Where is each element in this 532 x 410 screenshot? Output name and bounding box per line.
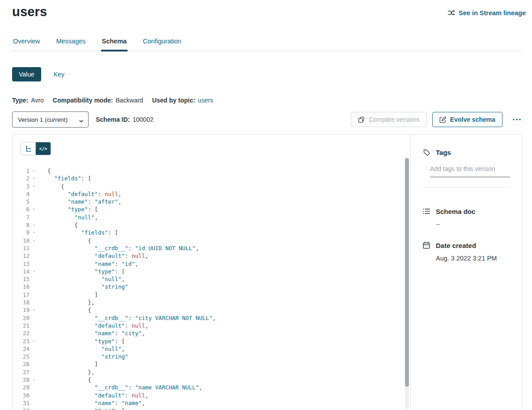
line-number: 27	[13, 368, 30, 376]
code-text: "type": [	[38, 205, 98, 213]
code-text: "null",	[38, 214, 98, 221]
stream-lineage-link[interactable]: See in Stream lineage	[447, 9, 526, 17]
code-text: },	[38, 299, 94, 306]
code-text: {	[38, 306, 91, 314]
more-options-button[interactable]	[511, 118, 522, 121]
fold-toggle-icon[interactable]: ▾	[30, 229, 38, 236]
fold-toggle-icon[interactable]: ▾	[30, 237, 38, 244]
view-mode-segmented-control: </>	[21, 142, 51, 155]
code-view-icon: </>	[39, 146, 47, 151]
fold-spacer	[30, 392, 38, 399]
tab-schema[interactable]: Schema	[101, 38, 128, 51]
line-number: 8	[13, 221, 30, 229]
code-line: 24 "null",	[13, 345, 410, 353]
tab-messages[interactable]: Messages	[55, 38, 86, 51]
code-text: "null",	[38, 275, 125, 283]
fold-toggle-icon[interactable]: ▾	[30, 167, 38, 175]
code-line: 14▾ "type": [	[13, 268, 410, 275]
used-by-topic-label: Used by topic:	[152, 97, 195, 104]
code-text: {	[38, 167, 51, 175]
fold-toggle-icon[interactable]: ▾	[30, 268, 38, 275]
fold-spacer	[30, 353, 38, 360]
editor-view-toolbar: </>	[13, 135, 410, 155]
schema-code-editor: </> 1▾{2▾ "fields": [3▾ {4 "default": nu…	[13, 135, 411, 410]
fold-toggle-icon[interactable]: ▾	[30, 337, 38, 345]
evolve-schema-label: Evolve schema	[450, 116, 495, 123]
code-text: "name": "name",	[38, 399, 145, 407]
code-text: {	[38, 183, 64, 190]
code-text: "string"	[38, 353, 128, 360]
editor-scrollbar-track[interactable]	[405, 158, 409, 409]
fold-spacer	[30, 299, 38, 306]
tree-view-icon	[25, 145, 32, 152]
code-text: "__crdb__": "name VARCHAR NULL",	[38, 384, 202, 391]
code-line: 9▾ "fields": [	[13, 229, 410, 236]
fold-toggle-icon[interactable]: ▾	[30, 205, 38, 213]
code-line: 18 },	[13, 299, 410, 306]
line-number: 9	[13, 229, 30, 236]
line-number: 32	[13, 407, 30, 410]
code-text: {	[38, 237, 91, 244]
version-select[interactable]: Version 1 (current)	[12, 111, 89, 128]
fold-spacer	[30, 283, 38, 290]
tags-input[interactable]	[430, 163, 510, 177]
line-number: 18	[13, 299, 30, 306]
schema-sidebar: Tags Schema doc --	[411, 135, 522, 410]
schema-card: </> 1▾{2▾ "fields": [3▾ {4 "default": nu…	[12, 134, 522, 410]
fold-spacer	[30, 399, 38, 407]
tags-heading: Tags	[422, 148, 510, 156]
line-number: 4	[13, 190, 30, 198]
fold-toggle-icon[interactable]: ▾	[30, 221, 38, 229]
line-number: 24	[13, 345, 30, 353]
line-number: 30	[13, 392, 30, 399]
fold-toggle-icon[interactable]: ▾	[30, 306, 38, 314]
line-number: 31	[13, 399, 30, 407]
code-line: 32▾ "type": [	[13, 407, 410, 410]
code-lines: 1▾{2▾ "fields": [3▾ {4 "default": null,5…	[13, 167, 410, 410]
fold-spacer	[30, 322, 38, 329]
code-text: ]	[38, 291, 98, 299]
value-toggle-button[interactable]: Value	[12, 67, 41, 81]
tab-overview[interactable]: Overview	[12, 38, 41, 51]
fold-toggle-icon[interactable]: ▾	[30, 376, 38, 384]
code-text: "__crdb__": "city VARCHAR NOT NULL",	[38, 314, 216, 322]
date-created-value: Aug. 3 2022 3:21 PM	[436, 255, 510, 262]
compare-versions-button[interactable]: Compare versions	[351, 112, 427, 127]
code-line: 4 "default": null,	[13, 190, 410, 198]
code-line: 26 ]	[13, 360, 410, 368]
fold-toggle-icon[interactable]: ▾	[30, 183, 38, 190]
evolve-schema-button[interactable]: Evolve schema	[432, 112, 502, 127]
evolve-pencil-icon	[439, 116, 446, 123]
code-line: 6▾ "type": [	[13, 205, 410, 213]
code-line: 12 "default": null,	[13, 252, 410, 260]
line-number: 10	[13, 237, 30, 244]
topic-link[interactable]: users	[198, 97, 213, 104]
code-view-button[interactable]: </>	[36, 142, 51, 155]
fold-spacer	[30, 345, 38, 353]
compatibility-value: Backward	[115, 97, 143, 104]
code-line: 7 "null",	[13, 214, 410, 221]
code-text: "default": null,	[38, 322, 149, 329]
line-number: 22	[13, 329, 30, 337]
line-number: 3	[13, 183, 30, 190]
key-toggle-button[interactable]: Key	[54, 71, 64, 78]
tree-view-button[interactable]	[21, 142, 36, 155]
fold-spacer	[30, 329, 38, 337]
code-line: 2▾ "fields": [	[13, 175, 410, 182]
code-text: "type": [	[38, 407, 125, 410]
code-text: "fields": [	[38, 175, 91, 182]
code-text: "default": null,	[38, 190, 122, 198]
code-line: 20 "__crdb__": "city VARCHAR NOT NULL",	[13, 314, 410, 322]
fold-toggle-icon[interactable]: ▾	[30, 407, 38, 410]
compare-versions-label: Compare versions	[369, 116, 420, 123]
fold-spacer	[30, 198, 38, 205]
fold-spacer	[30, 244, 38, 252]
schema-id-value: 100002	[132, 116, 153, 123]
fold-toggle-icon[interactable]: ▾	[30, 175, 38, 182]
editor-scrollbar-thumb[interactable]	[405, 158, 409, 387]
code-line: 25 "string"	[13, 353, 410, 360]
fold-spacer	[30, 190, 38, 198]
code-text: "name": "id",	[38, 260, 138, 268]
fold-spacer	[30, 275, 38, 283]
tab-configuration[interactable]: Configuration	[142, 38, 182, 51]
